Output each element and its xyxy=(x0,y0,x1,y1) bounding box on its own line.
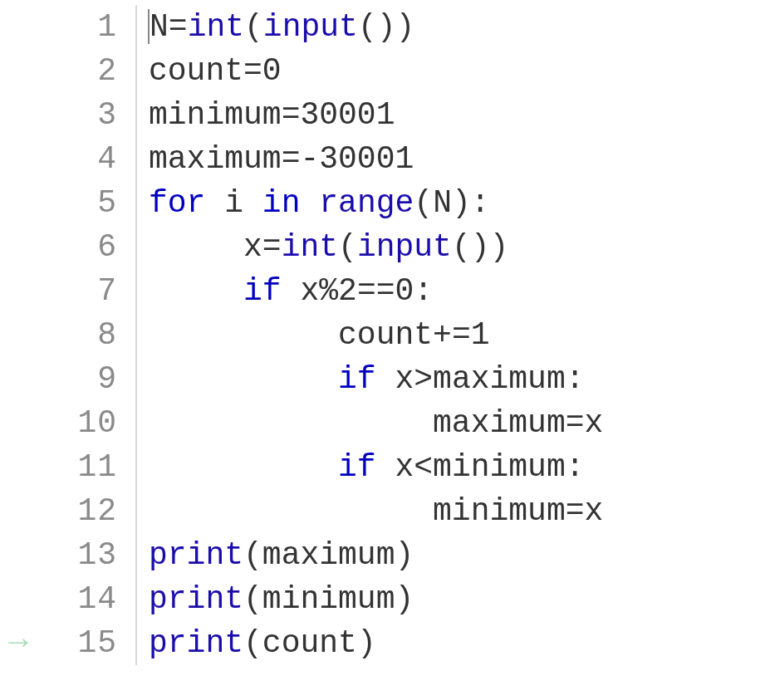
gutter[interactable]: 15 xyxy=(0,621,137,665)
gutter[interactable]: 3 xyxy=(0,93,137,137)
token-b: range xyxy=(319,185,414,221)
code-text[interactable]: minimum=30001 xyxy=(137,93,395,137)
token-k: if xyxy=(243,273,282,309)
line-number[interactable]: 1 xyxy=(37,5,135,49)
gutter[interactable]: 5 xyxy=(0,181,137,225)
gutter[interactable]: 13 xyxy=(0,533,137,577)
token-o: = xyxy=(282,97,301,133)
code-text[interactable]: if x<minimum: xyxy=(137,445,585,489)
gutter[interactable]: 14 xyxy=(0,577,137,621)
code-line[interactable]: 15print(count) xyxy=(0,621,765,665)
token-k: if xyxy=(338,361,376,397)
code-line[interactable]: 3minimum=30001 xyxy=(0,93,765,137)
token-o xyxy=(282,273,301,309)
token-n: count xyxy=(338,317,433,353)
token-d: 30001 xyxy=(300,97,395,133)
code-text[interactable]: x=int(input()) xyxy=(137,225,508,269)
line-number[interactable]: 2 xyxy=(37,49,135,93)
gutter[interactable]: 8 xyxy=(0,313,137,357)
code-editor[interactable]: 1N=int(input())2count=03minimum=300014ma… xyxy=(0,0,765,700)
line-number[interactable]: 15 xyxy=(37,621,135,665)
line-number[interactable]: 11 xyxy=(37,445,135,489)
code-line[interactable]: 4maximum=-30001 xyxy=(0,137,765,181)
token-o: = xyxy=(566,405,585,441)
code-text[interactable]: maximum=x xyxy=(137,401,603,445)
gutter[interactable]: 10 xyxy=(0,401,137,445)
gutter[interactable]: 12 xyxy=(0,489,137,533)
token-o: ()) xyxy=(452,229,508,265)
token-n: x xyxy=(585,405,604,441)
token-n: x xyxy=(243,229,262,265)
code-text[interactable]: print(count) xyxy=(137,621,376,665)
token-b: int xyxy=(282,229,338,265)
line-number[interactable]: 5 xyxy=(37,181,135,225)
token-k: for xyxy=(149,185,205,221)
token-o: ( xyxy=(243,625,262,661)
token-n: x xyxy=(395,449,414,485)
line-number[interactable]: 4 xyxy=(37,137,135,181)
token-n: x xyxy=(300,273,319,309)
code-text[interactable]: print(maximum) xyxy=(137,533,414,577)
gutter[interactable]: 11 xyxy=(0,445,137,489)
line-number[interactable]: 7 xyxy=(37,269,135,313)
token-o: : xyxy=(566,449,585,485)
code-line[interactable]: 10 maximum=x xyxy=(0,401,765,445)
code-line[interactable]: 8 count+=1 xyxy=(0,313,765,357)
code-line[interactable]: 14print(minimum) xyxy=(0,577,765,621)
code-line[interactable]: 11 if x<minimum: xyxy=(0,445,765,489)
token-b: input xyxy=(357,229,452,265)
line-number[interactable]: 3 xyxy=(37,93,135,137)
token-o: ) xyxy=(357,625,376,661)
token-k: if xyxy=(338,449,376,485)
gutter[interactable]: 7 xyxy=(0,269,137,313)
code-text[interactable]: count+=1 xyxy=(137,313,490,357)
line-number[interactable]: 10 xyxy=(37,401,135,445)
code-text[interactable]: N=int(input()) xyxy=(137,5,414,49)
token-n: i xyxy=(224,185,243,221)
token-n: minimum xyxy=(262,581,395,617)
gutter[interactable]: 9 xyxy=(0,357,137,401)
token-d: 1 xyxy=(471,317,490,353)
code-text[interactable]: maximum=-30001 xyxy=(137,137,414,181)
code-text[interactable]: count=0 xyxy=(137,49,282,93)
token-n: N xyxy=(150,9,169,45)
line-number[interactable]: 6 xyxy=(37,225,135,269)
code-line[interactable]: 13print(maximum) xyxy=(0,533,765,577)
code-text[interactable]: if x%2==0: xyxy=(137,269,433,313)
token-n: maximum xyxy=(149,141,282,177)
code-line[interactable]: 9 if x>maximum: xyxy=(0,357,765,401)
token-b: int xyxy=(188,9,244,45)
code-text[interactable]: if x>maximum: xyxy=(137,357,585,401)
token-n: minimum xyxy=(149,97,282,133)
code-line[interactable]: 5for i in range(N): xyxy=(0,181,765,225)
token-o: ( xyxy=(243,537,262,573)
code-text[interactable]: minimum=x xyxy=(137,489,603,533)
token-o: = xyxy=(262,229,282,265)
code-line[interactable]: 7 if x%2==0: xyxy=(0,269,765,313)
code-text[interactable]: for i in range(N): xyxy=(137,181,490,225)
token-d: 2 xyxy=(338,273,357,309)
code-line[interactable]: 1N=int(input()) xyxy=(0,5,765,49)
token-n: x xyxy=(395,361,414,397)
token-o: ( xyxy=(244,9,263,45)
gutter[interactable]: 1 xyxy=(0,5,137,49)
line-number[interactable]: 8 xyxy=(37,313,135,357)
token-n: count xyxy=(262,625,357,661)
gutter[interactable]: 4 xyxy=(0,137,137,181)
line-number[interactable]: 13 xyxy=(37,533,135,577)
line-number[interactable]: 9 xyxy=(37,357,135,401)
gutter[interactable]: 6 xyxy=(0,225,137,269)
code-text[interactable]: print(minimum) xyxy=(137,577,414,621)
token-o xyxy=(205,185,224,221)
token-o: = xyxy=(243,53,262,89)
code-line[interactable]: 12 minimum=x xyxy=(0,489,765,533)
line-number[interactable]: 14 xyxy=(37,577,135,621)
token-o: ( xyxy=(414,185,433,221)
code-line[interactable]: 2count=0 xyxy=(0,49,765,93)
token-o xyxy=(149,361,338,397)
code-line[interactable]: 6 x=int(input()) xyxy=(0,225,765,269)
gutter[interactable]: 2 xyxy=(0,49,137,93)
token-o xyxy=(149,405,433,441)
line-number[interactable]: 12 xyxy=(37,489,135,533)
token-o xyxy=(149,273,243,309)
